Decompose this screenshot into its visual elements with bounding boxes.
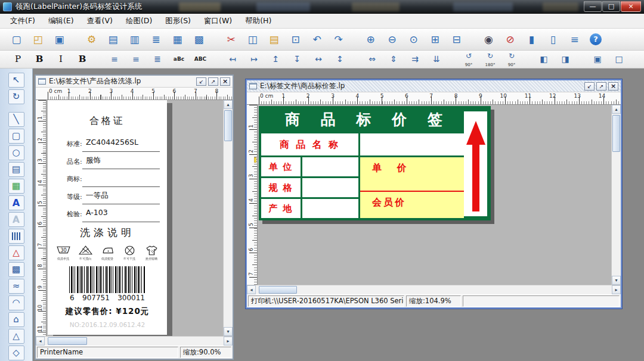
doc-minimize-icon[interactable]: ↙	[584, 82, 595, 91]
price-tag-row-value-cell[interactable]	[302, 199, 358, 218]
fit-window-icon[interactable]: ⊞	[427, 32, 443, 47]
price-tag-row-label[interactable]: 产 地	[261, 199, 301, 218]
lock-icon[interactable]: ▮	[524, 32, 540, 47]
calculator-icon[interactable]: ▩	[191, 32, 207, 47]
scroll-up-icon[interactable]: ▴	[612, 105, 621, 114]
price-tag-label[interactable]: 商 品 标 价 签 商 品 名 称 单 位 规 格	[259, 106, 491, 220]
product-name-label[interactable]: 商 品 名 称	[261, 133, 358, 155]
cert-field-value[interactable]: 服饰	[86, 155, 101, 166]
arc-tool[interactable]: ◠	[8, 295, 24, 310]
select-tool[interactable]: ↖	[8, 73, 24, 88]
scrollbar-thumb[interactable]	[48, 337, 87, 345]
document-window-price-tag[interactable]: E:\标签文件\商品标价签.lp ↙ ↗ × 0 cm 123456789101…	[246, 79, 622, 309]
price-tag-row-label[interactable]: 单 位	[261, 157, 301, 176]
rotate-tool[interactable]: ↻	[8, 89, 24, 104]
database-icon[interactable]: ≣	[148, 32, 164, 47]
grid-icon[interactable]: ▦	[169, 32, 185, 47]
doc-right-titlebar[interactable]: E:\标签文件\商品标价签.lp ↙ ↗ ×	[247, 80, 621, 92]
paste-icon[interactable]: ▤	[266, 32, 282, 47]
save-icon[interactable]: ▣	[51, 32, 67, 47]
menu-draw[interactable]: 绘图(D)	[119, 14, 159, 28]
price-tag-row[interactable]: 单 位	[261, 157, 358, 176]
unlock-icon[interactable]: ▯	[545, 32, 561, 47]
space-vertical-icon[interactable]: ⇊	[428, 52, 445, 67]
fit-selection-icon[interactable]: ⊟	[448, 32, 465, 47]
align-text-left-icon[interactable]: ≡	[106, 52, 123, 67]
menu-help[interactable]: 帮助(H)	[239, 14, 278, 28]
text-tool[interactable]: A	[8, 195, 24, 210]
doc-restore-icon[interactable]: ↗	[208, 77, 218, 86]
picture-tool[interactable]: ▦	[8, 179, 24, 194]
doc-restore-icon[interactable]: ↗	[596, 82, 606, 91]
scrollbar-thumb[interactable]	[224, 110, 232, 141]
space-horizontal-icon[interactable]: ⇉	[407, 52, 423, 67]
cert-field-label[interactable]: 品名:	[67, 157, 82, 166]
align-text-justify-icon[interactable]: ≣	[149, 52, 166, 67]
doc-left-titlebar[interactable]: E:\标签文件\产品合格洗涤.lp ↙ ↗ ×	[36, 76, 233, 88]
barcode-tool[interactable]	[8, 229, 24, 244]
price-tag-row[interactable]: 规 格	[261, 178, 358, 197]
horizontal-scrollbar[interactable]: ◂ ▸	[247, 285, 621, 294]
doc-minimize-icon[interactable]: ↙	[196, 77, 206, 86]
zoom-out-icon[interactable]: ⊖	[384, 32, 400, 47]
logo-tool[interactable]: △	[8, 245, 24, 260]
copy-icon[interactable]: ◫	[244, 32, 261, 47]
triangle-tool[interactable]: △	[8, 329, 24, 344]
align-left-edges-icon[interactable]: ↤	[224, 52, 241, 67]
image-tool[interactable]: ▤	[8, 162, 24, 177]
cert-field-row[interactable]: 检验: A-103	[48, 205, 167, 223]
menu-window[interactable]: 窗口(W)	[197, 14, 239, 28]
ean13-barcode[interactable]: 6 907751 300011	[69, 266, 145, 302]
center-vertical-icon[interactable]: ↕	[332, 52, 348, 67]
menu-edit[interactable]: 编辑(E)	[42, 14, 80, 28]
price-tag-row-value-cell[interactable]	[302, 178, 358, 197]
cert-field-row[interactable]: 商标:	[48, 170, 167, 188]
price-tag-row[interactable]: 产 地	[261, 199, 358, 218]
maximize-button[interactable]: □	[602, 1, 620, 12]
product-name-value-cell[interactable]	[360, 133, 464, 155]
wash-title-text[interactable]: 洗涤说明	[48, 226, 167, 239]
cert-field-label[interactable]: 等级:	[67, 192, 82, 201]
cut-icon[interactable]: ✂	[223, 32, 239, 47]
cert-field-row[interactable]: 标准: ZC4044256SL	[48, 135, 167, 153]
qrcode-tool[interactable]: ▩	[8, 262, 24, 277]
art-text-tool[interactable]: A	[8, 212, 24, 227]
cert-title-text[interactable]: 合格证	[48, 100, 167, 127]
close-button[interactable]: ×	[621, 1, 641, 12]
case-upper-icon[interactable]: ABC	[192, 52, 209, 67]
italic-icon[interactable]: I	[52, 52, 69, 67]
retail-price-text[interactable]: 建议零售价: ¥120元	[48, 306, 167, 317]
scrollbar-thumb[interactable]	[259, 286, 297, 294]
zoom-tool-icon[interactable]: ⊙	[405, 32, 422, 47]
scroll-right-icon[interactable]: ▸	[612, 285, 621, 294]
design-canvas-left[interactable]: 合格证 标准: ZC4044256SL 品名: 服饰	[47, 100, 223, 336]
cert-field-value[interactable]: 一等品	[86, 191, 109, 201]
show-object-icon[interactable]: ◉	[481, 32, 497, 47]
cert-field-row[interactable]: 等级: 一等品	[48, 188, 167, 206]
equal-width-icon[interactable]: ⇔	[364, 52, 380, 67]
case-mixed-icon[interactable]: aBc	[171, 52, 187, 67]
scroll-down-icon[interactable]: ▾	[612, 276, 621, 285]
menu-view[interactable]: 查看(V)	[80, 14, 119, 28]
cert-field-label[interactable]: 检验:	[67, 210, 82, 219]
line-tool[interactable]: ╲	[8, 112, 24, 127]
rotate-180-icon[interactable]: ↻180°	[482, 52, 499, 67]
align-text-center-icon[interactable]: ≡	[128, 52, 144, 67]
price-tag-row-value-cell[interactable]	[302, 157, 358, 176]
help-icon[interactable]: ?	[590, 33, 602, 45]
zoom-in-icon[interactable]: ⊕	[363, 32, 379, 47]
scroll-left-icon[interactable]: ◂	[247, 285, 256, 294]
group-icon[interactable]: ▣	[589, 52, 606, 67]
print-preview-icon[interactable]: ▥	[126, 32, 143, 47]
member-price-label[interactable]: 会员价	[372, 197, 406, 209]
curve-tool[interactable]: ≈	[8, 279, 24, 294]
diamond-tool[interactable]: ◇	[8, 346, 24, 360]
hide-object-icon[interactable]: ⊘	[502, 32, 518, 47]
rounded-rect-tool[interactable]: ▢	[8, 129, 24, 144]
main-titlebar[interactable]: 领跑(LabelPainter)条码标签设计系统 — □ ×	[0, 0, 644, 14]
cert-field-label[interactable]: 标准:	[67, 139, 82, 148]
price-tag-row-label[interactable]: 规 格	[261, 178, 301, 197]
scroll-left-icon[interactable]: ◂	[36, 337, 45, 346]
align-top-edges-icon[interactable]: ↥	[267, 52, 284, 67]
paste-special-icon[interactable]: ⊡	[287, 32, 304, 47]
